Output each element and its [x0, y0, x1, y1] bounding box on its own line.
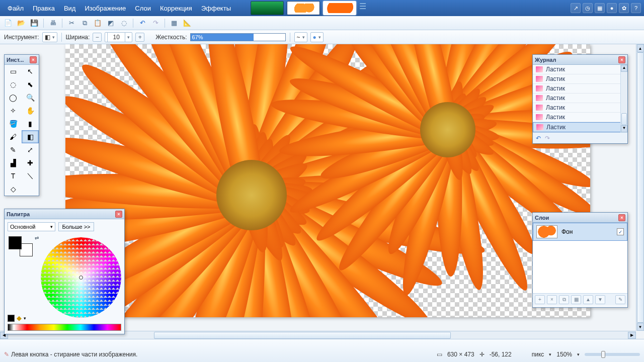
history-item[interactable]: Ластик	[533, 94, 627, 103]
color-swatches[interactable]: ⇄	[9, 236, 33, 256]
paste-icon[interactable]: 📋	[93, 18, 103, 28]
history-redo-icon[interactable]: ↷	[545, 135, 550, 142]
antialias-dd[interactable]: ●	[310, 32, 324, 42]
history-close[interactable]: ×	[618, 56, 625, 63]
help-icon[interactable]: ?	[631, 3, 641, 13]
menu-file[interactable]: Файл	[3, 3, 28, 14]
layers-title[interactable]: Слои ×	[533, 213, 627, 223]
width-decrease[interactable]: −	[93, 33, 102, 42]
deselect-icon[interactable]: ◌	[119, 18, 129, 28]
hardness-slider[interactable]: 67%	[190, 33, 286, 41]
menu-image[interactable]: Изображение	[80, 3, 130, 14]
tool-dd[interactable]: ◧	[42, 32, 57, 42]
history-title[interactable]: Журнал ×	[533, 55, 627, 65]
new-doc-button[interactable]: ☰	[359, 3, 367, 11]
unit-label[interactable]: пикс	[532, 351, 544, 358]
hue-bar[interactable]	[8, 324, 121, 331]
tool-pencil[interactable]: ✎	[5, 143, 22, 156]
tool-line[interactable]: ＼	[22, 169, 39, 183]
toolbox-title[interactable]: Инст... ×	[5, 55, 39, 65]
tool-pointer[interactable]: ⬉	[22, 78, 39, 91]
tool-rect-select[interactable]: ▭	[5, 65, 22, 78]
layer-props-icon[interactable]: ✎	[615, 295, 625, 304]
tool-stamp[interactable]: ▟	[5, 156, 22, 169]
tool-shape[interactable]: ◇	[5, 183, 22, 196]
palette-picker-icon[interactable]: ◆	[17, 314, 22, 322]
current-color[interactable]	[8, 315, 15, 322]
foreground-color[interactable]	[9, 236, 22, 249]
layer-down-icon[interactable]: ▼	[595, 295, 605, 304]
add-layer-icon[interactable]: +	[535, 295, 545, 304]
palette-close[interactable]: ×	[115, 211, 122, 218]
width-input[interactable]: 10	[105, 32, 132, 42]
delete-layer-icon[interactable]: ×	[547, 295, 557, 304]
title-icon-1[interactable]: ↗	[571, 3, 581, 13]
palette-dd-icon[interactable]: ▾	[24, 316, 26, 321]
width-increase[interactable]: +	[135, 33, 144, 42]
redo-icon[interactable]: ↷	[150, 18, 160, 28]
tool-ellipse-select[interactable]: ◯	[5, 91, 22, 104]
tool-gradient[interactable]: ▮	[22, 117, 39, 130]
scroll-up[interactable]: ▲	[637, 44, 644, 52]
tool-text[interactable]: T	[5, 169, 22, 183]
duplicate-layer-icon[interactable]: ⧉	[559, 295, 569, 304]
doc-thumb-3[interactable]	[323, 1, 356, 15]
scroll-right[interactable]: ▶	[628, 332, 636, 339]
curve-mode-dd[interactable]: ~	[294, 32, 307, 42]
vertical-scrollbar[interactable]: ▲ ▼	[636, 44, 644, 331]
history-item[interactable]: Ластик	[533, 84, 627, 94]
tool-hand[interactable]: ✋	[22, 104, 39, 117]
menu-layers[interactable]: Слои	[130, 3, 155, 14]
undo-icon[interactable]: ↶	[137, 18, 147, 28]
history-item[interactable]: Ластик	[533, 122, 627, 132]
tool-zoom[interactable]: 🔍	[22, 91, 39, 104]
menu-view[interactable]: Вид	[59, 3, 80, 14]
crop-icon[interactable]: ◩	[106, 18, 116, 28]
open-file-icon[interactable]: 📂	[16, 18, 26, 28]
grid-icon[interactable]: ▦	[169, 18, 179, 28]
print-icon[interactable]: 🖶	[48, 18, 58, 28]
toolbox-close[interactable]: ×	[30, 56, 37, 63]
width-value[interactable]: 10	[107, 32, 125, 42]
title-icon-4[interactable]: ●	[607, 3, 617, 13]
tool-move[interactable]: ↖	[22, 65, 39, 78]
color-wheel[interactable]	[41, 237, 121, 318]
color-mode-select[interactable]: Основной	[8, 222, 55, 231]
merge-layer-icon[interactable]: ▦	[571, 295, 581, 304]
zoom-slider[interactable]	[585, 353, 640, 356]
swap-colors-icon[interactable]: ⇄	[35, 235, 39, 241]
layer-up-icon[interactable]: ▲	[583, 295, 593, 304]
doc-thumb-2[interactable]	[287, 1, 320, 15]
tool-eyedropper[interactable]: ⤢	[22, 143, 39, 156]
settings-icon[interactable]: ✿	[619, 3, 629, 13]
tool-wand[interactable]: ✧	[5, 104, 22, 117]
tool-bucket[interactable]: 🪣	[5, 117, 22, 130]
menu-edit[interactable]: Правка	[28, 3, 59, 14]
layer-visible-checkbox[interactable]: ✓	[617, 228, 624, 235]
history-undo-icon[interactable]: ↶	[536, 135, 541, 142]
doc-thumb-1[interactable]	[251, 1, 284, 15]
new-file-icon[interactable]: 📄	[3, 18, 13, 28]
wheel-cursor[interactable]	[79, 276, 83, 280]
save-icon[interactable]: 💾	[29, 18, 39, 28]
scroll-down[interactable]: ▼	[637, 323, 644, 331]
tool-eraser[interactable]: ◧	[22, 130, 39, 143]
palette-more-button[interactable]: Больше >>	[58, 222, 94, 231]
history-scrollbar[interactable]: ▲ ▼	[620, 65, 627, 132]
palette-title[interactable]: Палитра ×	[5, 209, 124, 219]
title-icon-2[interactable]: ◷	[583, 3, 593, 13]
canvas[interactable]	[65, 44, 590, 317]
layer-row[interactable]: Фон ✓	[533, 223, 627, 241]
cut-icon[interactable]: ✂	[66, 18, 76, 28]
layers-close[interactable]: ×	[618, 214, 625, 221]
tool-lasso[interactable]: ◌	[5, 78, 22, 91]
title-icon-3[interactable]: ▦	[595, 3, 605, 13]
tool-brush[interactable]: 🖌	[5, 130, 22, 143]
history-item[interactable]: Ластик	[533, 113, 627, 122]
tool-heal[interactable]: ✚	[22, 156, 39, 169]
copy-icon[interactable]: ⧉	[79, 18, 90, 28]
zoom-label[interactable]: 150%	[556, 351, 572, 358]
menu-correction[interactable]: Коррекция	[155, 3, 197, 14]
ruler-icon[interactable]: 📐	[182, 18, 192, 28]
history-item[interactable]: Ластик	[533, 65, 627, 74]
